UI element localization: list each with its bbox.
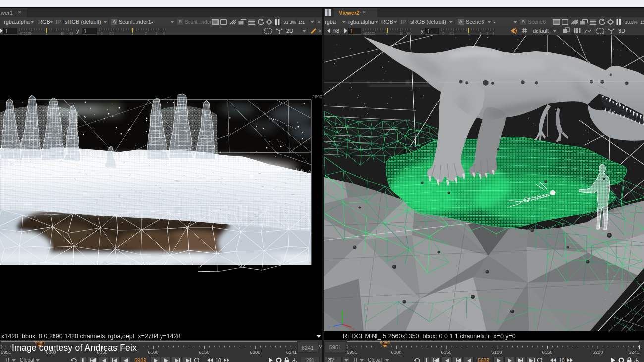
svg-text:6150: 6150 — [542, 349, 552, 355]
svg-text:2690,: 2690, — [312, 94, 322, 99]
svg-text:6200: 6200 — [250, 349, 260, 355]
svg-text:64: 64 — [69, 32, 73, 35]
svg-text:6050: 6050 — [441, 349, 451, 355]
svg-text:5951: 5951 — [329, 344, 341, 350]
svg-text:64: 64 — [407, 32, 411, 35]
svg-text:0.015625: 0.015625 — [19, 32, 31, 35]
svg-text:x: x — [352, 327, 354, 331]
svg-text:3: 3 — [486, 32, 488, 35]
svg-text:6241: 6241 — [629, 349, 639, 355]
svg-text:4: 4 — [163, 32, 165, 35]
svg-text:z: z — [328, 325, 330, 329]
svg-text:4: 4 — [492, 32, 494, 35]
svg-text:6150: 6150 — [199, 349, 209, 355]
svg-text:6100: 6100 — [148, 349, 158, 355]
svg-text:1: 1 — [386, 32, 388, 35]
svg-text:6200: 6200 — [592, 349, 603, 355]
svg-text:1: 1 — [467, 32, 469, 35]
svg-text:5951: 5951 — [1, 349, 11, 355]
svg-text:6100: 6100 — [491, 349, 502, 355]
svg-text:2: 2 — [479, 32, 481, 35]
svg-text:0: 0 — [442, 32, 444, 35]
svg-text:5989: 5989 — [380, 340, 390, 345]
svg-text:0.015625: 0.015625 — [363, 32, 375, 35]
svg-text:10: 10 — [399, 32, 403, 35]
svg-text:6000: 6000 — [391, 349, 401, 355]
svg-text:0.1: 0.1 — [109, 32, 114, 35]
svg-text:0.1: 0.1 — [449, 32, 454, 35]
svg-text:1: 1 — [45, 32, 47, 35]
svg-text:6241: 6241 — [286, 349, 297, 355]
svg-text:1: 1 — [131, 32, 133, 35]
svg-text:3: 3 — [155, 32, 157, 35]
svg-text:0: 0 — [101, 32, 103, 35]
svg-text:2: 2 — [145, 32, 147, 35]
svg-text:10: 10 — [60, 32, 64, 35]
svg-text:5951: 5951 — [347, 349, 357, 355]
